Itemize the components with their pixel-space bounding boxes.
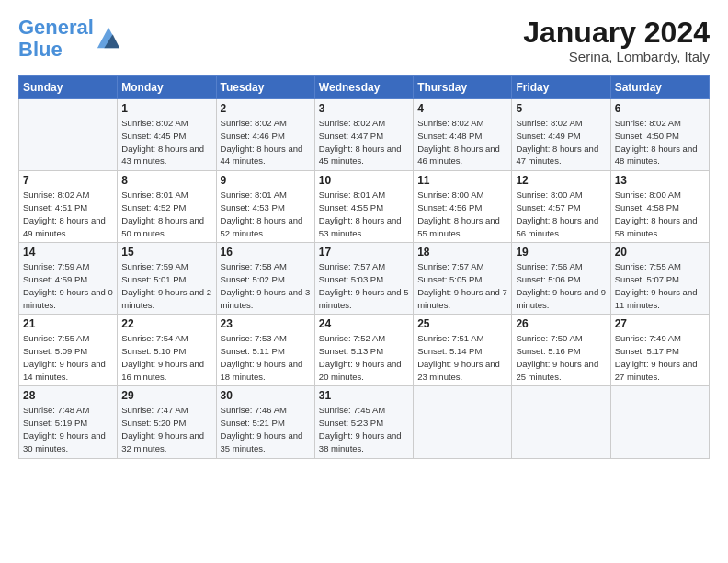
table-row: 15Sunrise: 7:59 AM Sunset: 5:01 PM Dayli… (118, 243, 216, 315)
table-row: 10Sunrise: 8:01 AM Sunset: 4:55 PM Dayli… (314, 171, 413, 243)
col-monday: Monday (118, 76, 216, 99)
table-row (512, 386, 610, 458)
table-row: 21Sunrise: 7:55 AM Sunset: 5:09 PM Dayli… (19, 315, 118, 386)
day-info: Sunrise: 7:57 AM Sunset: 5:03 PM Dayligh… (319, 260, 409, 311)
day-info: Sunrise: 7:55 AM Sunset: 5:07 PM Dayligh… (615, 260, 705, 311)
table-row: 22Sunrise: 7:54 AM Sunset: 5:10 PM Dayli… (118, 315, 216, 386)
table-row: 25Sunrise: 7:51 AM Sunset: 5:14 PM Dayli… (414, 315, 512, 386)
day-info: Sunrise: 8:00 AM Sunset: 4:58 PM Dayligh… (615, 189, 705, 239)
day-number: 12 (516, 174, 606, 187)
table-row: 18Sunrise: 7:57 AM Sunset: 5:05 PM Dayli… (414, 243, 512, 315)
day-number: 14 (23, 246, 113, 259)
day-info: Sunrise: 8:01 AM Sunset: 4:53 PM Dayligh… (221, 189, 311, 239)
table-row: 3Sunrise: 8:02 AM Sunset: 4:47 PM Daylig… (314, 99, 413, 171)
day-number: 17 (319, 246, 409, 259)
location: Serina, Lombardy, Italy (523, 49, 710, 64)
day-info: Sunrise: 7:56 AM Sunset: 5:06 PM Dayligh… (516, 260, 606, 311)
day-number: 27 (615, 317, 705, 330)
table-row: 28Sunrise: 7:48 AM Sunset: 5:19 PM Dayli… (19, 386, 118, 458)
day-number: 11 (417, 174, 507, 187)
day-number: 25 (417, 317, 507, 330)
day-info: Sunrise: 7:55 AM Sunset: 5:09 PM Dayligh… (23, 332, 113, 383)
table-row: 27Sunrise: 7:49 AM Sunset: 5:17 PM Dayli… (610, 315, 709, 386)
col-thursday: Thursday (414, 76, 512, 99)
day-info: Sunrise: 7:57 AM Sunset: 5:05 PM Dayligh… (417, 260, 507, 311)
day-info: Sunrise: 8:02 AM Sunset: 4:49 PM Dayligh… (516, 117, 606, 167)
table-row: 20Sunrise: 7:55 AM Sunset: 5:07 PM Dayli… (610, 243, 709, 315)
col-sunday: Sunday (19, 76, 118, 99)
table-row: 24Sunrise: 7:52 AM Sunset: 5:13 PM Dayli… (314, 315, 413, 386)
table-row: 16Sunrise: 7:58 AM Sunset: 5:02 PM Dayli… (216, 243, 314, 315)
day-number: 30 (221, 389, 311, 402)
logo-icon (96, 24, 121, 50)
table-row: 19Sunrise: 7:56 AM Sunset: 5:06 PM Dayli… (512, 243, 610, 315)
table-row: 17Sunrise: 7:57 AM Sunset: 5:03 PM Dayli… (314, 243, 413, 315)
title-block: January 2024 Serina, Lombardy, Italy (523, 17, 710, 64)
day-info: Sunrise: 7:59 AM Sunset: 5:01 PM Dayligh… (121, 260, 211, 311)
day-number: 18 (417, 246, 507, 259)
table-row: 1Sunrise: 8:02 AM Sunset: 4:45 PM Daylig… (118, 99, 216, 171)
table-row: 9Sunrise: 8:01 AM Sunset: 4:53 PM Daylig… (216, 171, 314, 243)
day-info: Sunrise: 7:59 AM Sunset: 4:59 PM Dayligh… (23, 260, 113, 311)
calendar-week-row: 1Sunrise: 8:02 AM Sunset: 4:45 PM Daylig… (19, 99, 710, 171)
table-row: 13Sunrise: 8:00 AM Sunset: 4:58 PM Dayli… (610, 171, 709, 243)
day-info: Sunrise: 7:47 AM Sunset: 5:20 PM Dayligh… (121, 404, 211, 454)
day-number: 8 (121, 174, 211, 187)
calendar-week-row: 28Sunrise: 7:48 AM Sunset: 5:19 PM Dayli… (19, 386, 710, 458)
calendar-week-row: 14Sunrise: 7:59 AM Sunset: 4:59 PM Dayli… (19, 243, 710, 315)
day-info: Sunrise: 7:51 AM Sunset: 5:14 PM Dayligh… (417, 332, 507, 383)
header: GeneralBlue January 2024 Serina, Lombard… (18, 17, 710, 64)
day-number: 6 (615, 102, 705, 115)
day-number: 19 (516, 246, 606, 259)
table-row: 6Sunrise: 8:02 AM Sunset: 4:50 PM Daylig… (610, 99, 709, 171)
day-number: 2 (221, 102, 311, 115)
day-number: 1 (121, 102, 211, 115)
table-row (610, 386, 709, 458)
table-row: 8Sunrise: 8:01 AM Sunset: 4:52 PM Daylig… (118, 171, 216, 243)
calendar-table: Sunday Monday Tuesday Wednesday Thursday… (18, 75, 710, 458)
day-number: 7 (23, 174, 113, 187)
table-row: 31Sunrise: 7:45 AM Sunset: 5:23 PM Dayli… (314, 386, 413, 458)
table-row: 4Sunrise: 8:02 AM Sunset: 4:48 PM Daylig… (414, 99, 512, 171)
col-tuesday: Tuesday (216, 76, 314, 99)
day-number: 16 (221, 246, 311, 259)
day-number: 9 (221, 174, 311, 187)
day-number: 26 (516, 317, 606, 330)
logo-text: GeneralBlue (18, 17, 94, 61)
day-number: 31 (319, 389, 409, 402)
day-info: Sunrise: 7:45 AM Sunset: 5:23 PM Dayligh… (319, 404, 409, 454)
table-row: 14Sunrise: 7:59 AM Sunset: 4:59 PM Dayli… (19, 243, 118, 315)
day-info: Sunrise: 8:02 AM Sunset: 4:45 PM Dayligh… (121, 117, 211, 167)
day-number: 29 (121, 389, 211, 402)
day-number: 22 (121, 317, 211, 330)
table-row: 23Sunrise: 7:53 AM Sunset: 5:11 PM Dayli… (216, 315, 314, 386)
day-info: Sunrise: 7:52 AM Sunset: 5:13 PM Dayligh… (319, 332, 409, 383)
day-info: Sunrise: 8:02 AM Sunset: 4:47 PM Dayligh… (319, 117, 409, 167)
day-info: Sunrise: 7:50 AM Sunset: 5:16 PM Dayligh… (516, 332, 606, 383)
table-row: 29Sunrise: 7:47 AM Sunset: 5:20 PM Dayli… (118, 386, 216, 458)
day-info: Sunrise: 8:02 AM Sunset: 4:50 PM Dayligh… (615, 117, 705, 167)
day-number: 5 (516, 102, 606, 115)
day-number: 15 (121, 246, 211, 259)
col-friday: Friday (512, 76, 610, 99)
table-row: 12Sunrise: 8:00 AM Sunset: 4:57 PM Dayli… (512, 171, 610, 243)
day-number: 13 (615, 174, 705, 187)
day-info: Sunrise: 8:02 AM Sunset: 4:46 PM Dayligh… (221, 117, 311, 167)
day-info: Sunrise: 7:54 AM Sunset: 5:10 PM Dayligh… (121, 332, 211, 383)
day-info: Sunrise: 8:01 AM Sunset: 4:52 PM Dayligh… (121, 189, 211, 239)
table-row (414, 386, 512, 458)
table-row: 30Sunrise: 7:46 AM Sunset: 5:21 PM Dayli… (216, 386, 314, 458)
table-row: 7Sunrise: 8:02 AM Sunset: 4:51 PM Daylig… (19, 171, 118, 243)
day-number: 23 (221, 317, 311, 330)
day-number: 24 (319, 317, 409, 330)
calendar-week-row: 21Sunrise: 7:55 AM Sunset: 5:09 PM Dayli… (19, 315, 710, 386)
day-info: Sunrise: 8:02 AM Sunset: 4:51 PM Dayligh… (23, 189, 113, 239)
month-year: January 2024 (523, 17, 710, 49)
table-row (19, 99, 118, 171)
calendar-week-row: 7Sunrise: 8:02 AM Sunset: 4:51 PM Daylig… (19, 171, 710, 243)
table-row: 26Sunrise: 7:50 AM Sunset: 5:16 PM Dayli… (512, 315, 610, 386)
day-number: 10 (319, 174, 409, 187)
col-wednesday: Wednesday (314, 76, 413, 99)
day-info: Sunrise: 8:02 AM Sunset: 4:48 PM Dayligh… (417, 117, 507, 167)
day-info: Sunrise: 7:58 AM Sunset: 5:02 PM Dayligh… (221, 260, 311, 311)
